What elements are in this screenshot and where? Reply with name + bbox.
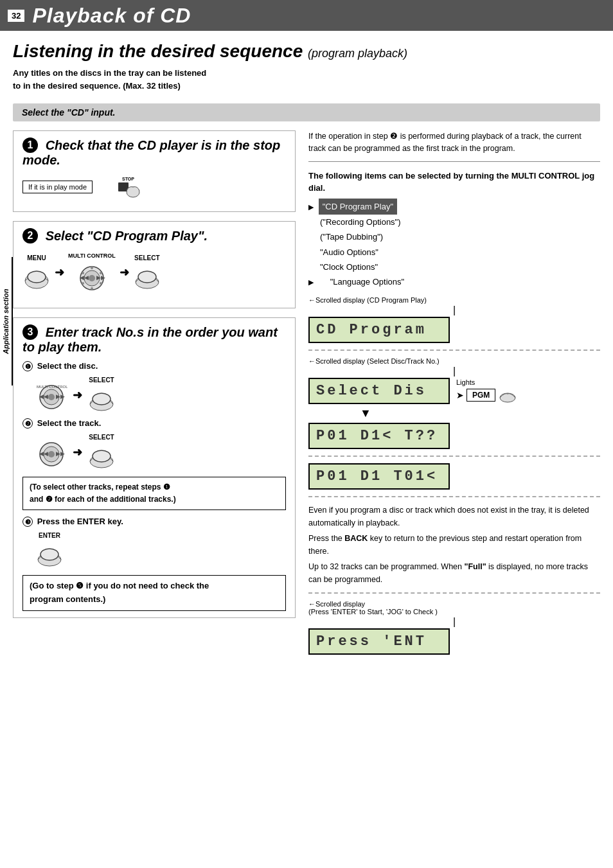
svg-point-17 [138,271,156,283]
sub-a-diagram: ◀◀ ▶▶ MULTI CONTROL ➜ SELECT [35,376,286,413]
step1-title: Check that the CD player is in the stop … [22,138,280,168]
svg-text:▶▶: ▶▶ [96,274,105,281]
sub-step-b: ❷ Select the track. ◀◀ ▶▶ ➜ [22,418,286,470]
bottom-notes: Even if you program a disc or track whic… [308,504,600,586]
page-header: 32 Playback of CD [0,0,613,31]
scrolled-label-2: ←Scrolled display (Select Disc/Track No.… [308,357,600,365]
note-1: Even if you program a disc or track whic… [308,504,600,529]
select-bar: Select the "CD" input. [13,103,600,121]
sub-step-c: ❸ Press the ENTER key. ENTER [22,517,286,569]
step3-number: 3 [22,324,38,340]
note-3: Up to 32 tracks can be programmed. When … [308,560,600,586]
menu-item-1: ▶ "CD Program Play" [308,199,600,215]
menu-item-6-text: "Language Options" [319,277,404,287]
step2-diagram: MENU ➜ MULTI CONTROL [22,252,286,292]
step3-block: 3 Enter track No.s in the order you want… [13,317,296,618]
multi-control-icon: ◀◀ ▶▶ [76,260,108,292]
pgm-lights-area: Lights ➤ PGM [456,378,517,403]
lcd-display-2: Select Dis [308,378,450,404]
heading-sub: (program playback) [308,47,407,60]
vertical-line-1: | [308,305,600,315]
lcd-block-5: ←Scrolled display(Press 'ENTER' to Start… [308,600,600,655]
select-btn-a: SELECT [87,376,116,413]
sub-step-a: ❶ Select the disc. ◀◀ ▶▶ MULTI CONTROL [22,361,286,413]
menu-knob: MENU [22,254,51,291]
sub-c-diagram: ENTER [35,532,286,569]
pgm-box: PGM [466,389,495,402]
heading-main: Listening in the desired sequence [13,41,303,61]
select-knob: SELECT [133,254,161,291]
menu-item-2: ("Recording Options") [308,215,600,229]
note-2: Press the BACK key to return to the prev… [308,532,600,558]
menu-list: ▶ "CD Program Play" ("Recording Options"… [308,199,600,290]
step1-block: 1 Check that the CD player is in the sto… [13,130,296,212]
svg-text:▶▶: ▶▶ [56,450,65,457]
step3-title: Enter track No.s in the order you want t… [22,325,278,355]
select-knob-icon [133,263,161,291]
left-column: 1 Check that the CD player is in the sto… [13,130,296,660]
arrow4: ➜ [73,445,82,459]
svg-text:▶▶: ▶▶ [56,393,65,400]
select-icon-a [87,385,116,413]
svg-point-28 [48,451,55,457]
lcd-display-5: Press 'ENT [308,628,450,655]
step2-number: 2 [22,228,38,244]
menu-knob-icon [22,263,51,291]
svg-point-25 [93,393,111,405]
intro-text: Any titles on the discs in the tray can … [13,67,600,92]
lcd2-row: Select Dis Lights ➤ PGM [308,378,600,404]
svg-point-34 [40,549,58,560]
step3-content: ❶ Select the disc. ◀◀ ▶▶ MULTI CONTROL [22,361,286,611]
step2-content: MENU ➜ MULTI CONTROL [22,252,286,292]
scrolled-label-1: ←Scrolled display (CD Program Play) [308,296,600,304]
enter-key: ENTER [35,532,64,569]
step1-number: 1 [22,137,38,153]
menu-arrow-1: ▶ [308,203,314,211]
scrolled-label-3: ←Scrolled display(Press 'ENTER' to Start… [308,600,600,616]
menu-item-3: ("Tape Dubbing") [308,229,600,244]
svg-point-4 [28,271,46,283]
right-column: If the operation in step ❷ is performed … [308,130,600,660]
go-to-step: (Go to step ❺ if you do not need to chec… [22,575,286,611]
svg-point-32 [93,450,111,462]
main-content: Listening in the desired sequence (progr… [0,31,613,670]
lcd-block-4: P01 D1 T01< [308,463,600,490]
svg-text:STOP: STOP [122,177,134,181]
step1-content: If it is in play mode STOP [22,174,286,200]
menu-item-5: "Clock Options" [308,260,600,274]
step1-diagram: If it is in play mode STOP [22,174,286,200]
lcd-block-2: ←Scrolled display (Select Disc/Track No.… [308,357,600,449]
arrow2: ➜ [120,265,129,279]
section-heading-text: Listening in the desired sequence (progr… [13,41,407,61]
stop-button-icon: STOP [104,174,143,200]
arrow3: ➜ [73,388,82,402]
multi-control-small-icon: ◀◀ ▶▶ MULTI CONTROL [35,379,67,411]
lcd-block-1: ←Scrolled display (CD Program Play) | CD… [308,296,600,343]
menu-item-highlight: "CD Program Play" [319,199,397,215]
menu-item-6: ▶ "Language Options" [308,274,600,289]
svg-text:◀◀: ◀◀ [39,393,48,400]
select-icon-b [87,442,116,470]
sub-b-diagram: ◀◀ ▶▶ ➜ SELECT [35,434,286,470]
two-column-layout: 1 Check that the CD player is in the sto… [13,130,600,660]
lcd-display-1: CD Program [308,317,450,343]
step2-block: 2 Select "CD Program Play". MENU [13,221,296,308]
repeat-text: (To select other tracks, repeat steps ❶ … [22,477,286,510]
step2-title: Select "CD Program Play". [46,229,208,243]
following-items: The following items can be selected by t… [308,170,600,195]
svg-point-7 [89,275,95,281]
svg-point-12 [82,282,84,285]
svg-point-11 [91,287,93,290]
menu-arrow-2: ▶ [308,278,314,286]
sub-step-b-label: ❷ Select the track. [22,418,286,429]
lcd-display-4: P01 D1 T01< [308,463,450,490]
pgm-icon-row: ➤ PGM [456,387,517,403]
play-mode-button: If it is in play mode [22,181,93,193]
svg-point-10 [100,282,102,285]
svg-text:◀◀: ◀◀ [39,450,48,457]
svg-text:◀◀: ◀◀ [80,274,89,281]
svg-text:MULTI CONTROL: MULTI CONTROL [37,385,67,389]
pgm-lights-label: Lights [456,378,517,386]
svg-point-20 [48,394,55,400]
multi-control-knob: MULTI CONTROL [68,252,116,292]
